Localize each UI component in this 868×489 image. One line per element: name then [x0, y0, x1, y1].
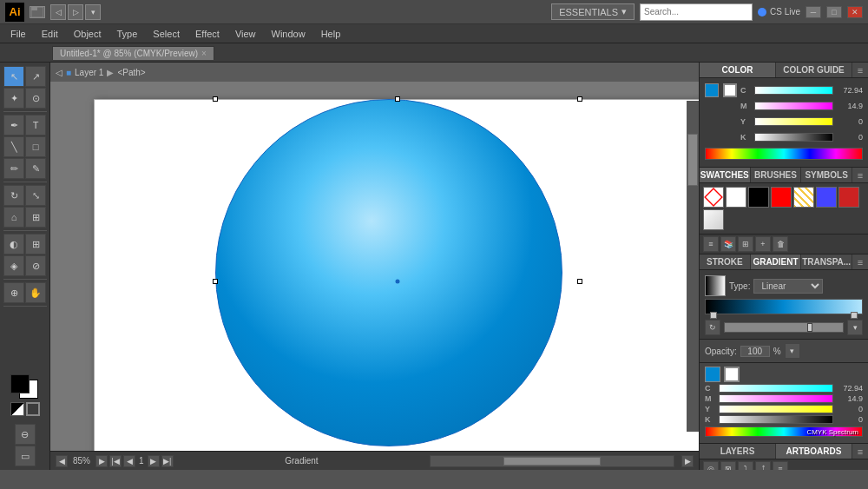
menu-select[interactable]: Select	[146, 27, 187, 41]
gradient-stop-left[interactable]	[710, 312, 717, 319]
opacity-input[interactable]	[740, 346, 770, 357]
more-btn[interactable]: ▾	[85, 4, 101, 20]
vertical-scrollbar[interactable]	[687, 101, 699, 432]
swatch-blue[interactable]	[816, 187, 837, 208]
minimize-button[interactable]: ─	[806, 6, 821, 18]
undo-btn[interactable]: ◁	[50, 4, 66, 20]
swatches-panel-menu[interactable]: ≡	[852, 168, 868, 182]
search-input[interactable]	[640, 3, 753, 21]
stroke-swatch[interactable]	[723, 83, 737, 97]
tab-layers[interactable]: LAYERS	[700, 444, 776, 459]
menu-effect[interactable]: Effect	[188, 27, 227, 41]
handle-top[interactable]	[395, 96, 400, 102]
zoom-next-btn[interactable]: ▶	[95, 455, 108, 467]
tab-color-guide[interactable]: COLOR GUIDE	[776, 63, 852, 77]
page-prev-btn[interactable]: ◀	[123, 455, 135, 467]
page-next-btn[interactable]: ▶	[148, 455, 160, 467]
gradient-panel-menu[interactable]: ≡	[852, 254, 868, 269]
exit-isolation-btn[interactable]: ⤴	[755, 461, 771, 470]
k-bar[interactable]	[754, 133, 833, 142]
swatch-red[interactable]	[771, 187, 792, 208]
tab-color[interactable]: COLOR	[700, 63, 776, 77]
swatch-white[interactable]	[726, 187, 746, 208]
delete-swatch-btn[interactable]: 🗑	[773, 236, 788, 252]
color-panel-menu[interactable]: ≡	[852, 63, 868, 77]
gradient-preview-swatch[interactable]	[705, 275, 726, 296]
handle-left[interactable]	[213, 279, 218, 284]
none-color-icon[interactable]	[26, 402, 40, 416]
swatch-img1[interactable]	[703, 209, 724, 230]
gradient-stop-right[interactable]	[851, 312, 858, 319]
menu-file[interactable]: File	[3, 27, 33, 41]
tab-symbols[interactable]: SYMBOLS	[801, 168, 852, 182]
swatch-libraries-btn[interactable]: 📚	[720, 236, 736, 252]
show-swatch-kinds-btn[interactable]: ≡	[703, 236, 719, 252]
hand-tool[interactable]: ✋	[25, 282, 46, 303]
tab-gradient[interactable]: GRADIENT	[751, 254, 802, 269]
redo-btn[interactable]: ▷	[68, 4, 83, 20]
tab-brushes[interactable]: BRUSHES	[751, 168, 802, 182]
gradient-angle-thumb[interactable]	[807, 323, 812, 332]
page-last-btn[interactable]: ▶|	[161, 455, 174, 467]
y-bar[interactable]	[754, 117, 833, 126]
horizontal-scroll-thumb[interactable]	[503, 457, 601, 466]
essentials-button[interactable]: ESSENTIALS ▾	[551, 3, 635, 20]
swatch-red2[interactable]	[838, 187, 859, 208]
vertical-scroll-thumb[interactable]	[687, 134, 698, 186]
draw-inside-btn[interactable]: ⊖	[15, 424, 36, 445]
eyedropper-tool[interactable]: ⊘	[25, 255, 46, 276]
select-tool[interactable]: ↖	[3, 66, 24, 87]
locate-object-btn[interactable]: ◎	[703, 461, 719, 470]
gradient-tool[interactable]: ◈	[3, 255, 24, 276]
zoom-tool[interactable]: ⊕	[3, 282, 24, 303]
screen-mode-btn[interactable]: ▭	[15, 446, 36, 466]
handle-topleft[interactable]	[213, 96, 218, 102]
swatch-none[interactable]	[703, 187, 724, 208]
exp-k-bar[interactable]	[719, 415, 833, 424]
c-bar[interactable]	[754, 86, 833, 95]
opacity-dropdown[interactable]: ▾	[785, 343, 800, 359]
menu-view[interactable]: View	[228, 27, 263, 41]
scale-tool[interactable]: ⤡	[25, 185, 46, 206]
close-button[interactable]: ✕	[847, 6, 863, 18]
magic-wand-tool[interactable]: ✦	[3, 88, 24, 109]
paintbrush-tool[interactable]: ✏	[3, 158, 24, 179]
menu-edit[interactable]: Edit	[35, 27, 65, 41]
exp-m-bar[interactable]	[719, 394, 833, 403]
expanded-stroke-swatch[interactable]	[724, 367, 740, 382]
page-first-btn[interactable]: |◀	[109, 455, 122, 467]
m-bar[interactable]	[754, 102, 833, 110]
rotate-tool[interactable]: ↻	[3, 185, 24, 206]
type-tool[interactable]: T	[25, 115, 46, 135]
layers-options-btn[interactable]: ≡	[773, 461, 788, 470]
line-tool[interactable]: ╲	[3, 136, 24, 157]
menu-object[interactable]: Object	[67, 27, 108, 41]
scroll-right-btn[interactable]: ▶	[681, 455, 694, 467]
menu-window[interactable]: Window	[265, 27, 312, 41]
document-tab[interactable]: Untitled-1* @ 85% (CMYK/Preview) ×	[52, 46, 214, 60]
swatch-pattern1[interactable]	[793, 187, 814, 208]
gradient-type-select[interactable]: Linear Radial	[753, 279, 823, 294]
handle-topright[interactable]	[577, 96, 582, 102]
default-colors-icon[interactable]	[10, 402, 24, 416]
zoom-back-btn[interactable]: ◀	[56, 455, 68, 467]
foreground-color-swatch[interactable]	[10, 374, 30, 393]
menu-type[interactable]: Type	[110, 27, 145, 41]
exp-spectrum-bar[interactable]: CMYK Spectrum	[705, 426, 863, 437]
handle-right[interactable]	[577, 279, 582, 284]
tab-stroke[interactable]: STROKE	[700, 254, 751, 269]
pencil-tool[interactable]: ✎	[25, 158, 46, 179]
tab-artboards[interactable]: ARTBOARDS	[776, 444, 852, 459]
new-swatch-btn[interactable]: +	[755, 236, 771, 252]
enter-isolation-btn[interactable]: ⤵	[738, 461, 753, 470]
free-transform-tool[interactable]: ⊞	[25, 207, 46, 228]
maximize-button[interactable]: □	[826, 6, 842, 18]
exp-y-bar[interactable]	[719, 405, 833, 413]
new-color-group-btn[interactable]: ⊞	[738, 236, 753, 252]
fill-swatch[interactable]	[705, 83, 719, 97]
tab-swatches[interactable]: SWATCHES	[700, 168, 751, 182]
lasso-tool[interactable]: ⊙	[25, 88, 46, 109]
circle-wrapper[interactable]	[215, 99, 580, 451]
pen-tool[interactable]: ✒	[3, 115, 24, 135]
menu-help[interactable]: Help	[314, 27, 348, 41]
